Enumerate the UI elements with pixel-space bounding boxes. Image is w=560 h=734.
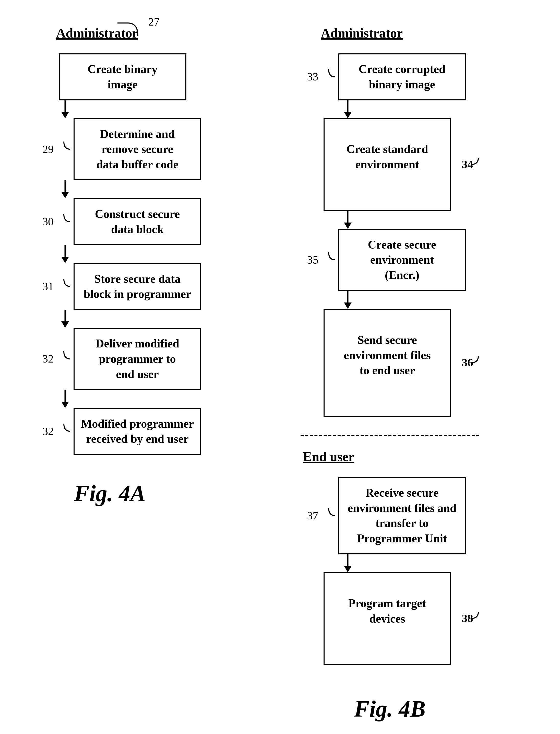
brace-32 — [59, 421, 72, 442]
brace-35 — [324, 249, 336, 270]
arrow-4 — [59, 310, 72, 328]
step-create-standard: 34 Create standard environment 34 — [301, 118, 451, 211]
svg-marker-6 — [61, 257, 69, 263]
arrow-2 — [59, 180, 72, 198]
step-number-35: 35 — [301, 253, 318, 266]
brace-36-right — [471, 355, 486, 371]
box-create-standard-text: Create standard environment — [347, 142, 428, 171]
brace-38-right — [471, 611, 486, 626]
step-number-32: 32 — [36, 425, 54, 438]
step-determine-remove: 29 Determine and remove secure data buff… — [36, 118, 201, 180]
step-program-target: 38 Program target devices 38 — [301, 572, 451, 665]
left-header: Administrator 27 — [56, 26, 160, 41]
end-user-header: End user — [303, 449, 354, 464]
step-number-37: 37 — [301, 509, 318, 522]
right-header: Administrator — [321, 26, 403, 41]
arrow-5 — [59, 390, 72, 408]
brace-31 — [59, 349, 72, 369]
step-number-28: 29 — [36, 143, 54, 156]
page: Administrator 27 28 Create binary image … — [0, 0, 560, 734]
box-program-target-text: Program target devices — [348, 597, 426, 625]
box-store-secure: Store secure data block in programmer — [74, 263, 201, 310]
ref-27: 27 — [148, 15, 160, 28]
svg-marker-16 — [344, 302, 352, 309]
brace-29 — [59, 211, 72, 232]
column-right: Administrator 33 Create corrupted binary… — [280, 15, 540, 722]
arrow-r3 — [341, 291, 354, 309]
step-create-binary-image: 28 Create binary image — [36, 53, 186, 100]
step-number-30: 31 — [36, 280, 54, 293]
box-receive-secure: Receive secure environment files and tra… — [338, 477, 466, 554]
step-number-33: 33 — [301, 70, 318, 83]
svg-marker-4 — [61, 192, 69, 198]
fig-4b-label: Fig. 4B — [301, 696, 479, 722]
box-determine-remove: Determine and remove secure data buffer … — [74, 118, 201, 180]
brace-28 — [59, 139, 72, 159]
brace-34-right — [471, 157, 486, 172]
box-send-secure-text: Send secure environment files to end use… — [344, 333, 431, 377]
arrow-1 — [59, 100, 72, 118]
step-store-secure: 31 Store secure data block in programmer — [36, 263, 201, 310]
box-create-secure-env: Create secure environment (Encr.) — [338, 229, 466, 291]
box-construct-secure: Construct secure data block — [74, 198, 201, 245]
box-send-secure-files: Send secure environment files to end use… — [324, 309, 451, 417]
arrow-r1 — [341, 100, 354, 118]
arrow-r2 — [341, 211, 354, 229]
box-modified-received: Modified programmer received by end user — [74, 408, 201, 455]
dashed-line — [301, 435, 479, 436]
step-send-secure-files: 36 Send secure environment files to end … — [301, 309, 451, 417]
brace-30 — [59, 276, 72, 296]
svg-marker-14 — [344, 222, 352, 229]
diagram-container: Administrator 27 28 Create binary image … — [20, 15, 540, 722]
arrow-r4 — [341, 554, 354, 572]
right-admin-title: Administrator — [321, 26, 403, 41]
brace-37 — [324, 505, 336, 526]
arrow-3 — [59, 245, 72, 263]
step-construct-secure: 30 Construct secure data block — [36, 198, 201, 245]
step-modified-received: 32 Modified programmer received by end u… — [36, 408, 201, 455]
fig-4a-label: Fig. 4A — [36, 480, 184, 507]
svg-marker-10 — [61, 402, 69, 408]
box-create-corrupted: Create corrupted binary image — [338, 53, 466, 100]
step-deliver: 32 Deliver modified programmer to end us… — [36, 328, 201, 390]
svg-marker-12 — [344, 112, 352, 118]
step-number-31: 32 — [36, 352, 54, 365]
box-create-standard: Create standard environment 34 — [324, 118, 451, 211]
box-program-target: Program target devices 38 — [324, 572, 451, 665]
svg-marker-8 — [61, 321, 69, 328]
box-create-binary-image: Create binary image — [59, 53, 186, 100]
end-user-title: End user — [303, 449, 354, 464]
step-receive-secure: 37 Receive secure environment files and … — [301, 477, 466, 554]
step-create-secure-env: 35 Create secure environment (Encr.) — [301, 229, 466, 291]
brace-33 — [324, 67, 336, 87]
box-deliver: Deliver modified programmer to end user — [74, 328, 201, 390]
step-create-corrupted: 33 Create corrupted binary image — [301, 53, 466, 100]
svg-marker-18 — [344, 566, 352, 572]
column-left: Administrator 27 28 Create binary image … — [20, 15, 280, 722]
svg-marker-2 — [61, 112, 69, 118]
step-number-29: 30 — [36, 215, 54, 228]
brace-27 — [117, 18, 148, 38]
